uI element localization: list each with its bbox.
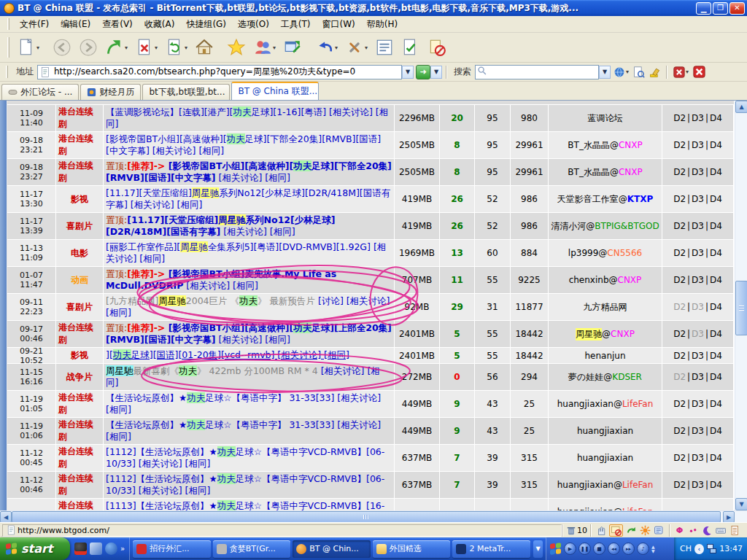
forward-button[interactable] [76, 36, 101, 59]
cell-download-links[interactable]: D2 | D3 | D4 [662, 267, 734, 294]
qq-icon[interactable] [74, 542, 87, 555]
cell-category[interactable]: 港台连续剧 [56, 321, 104, 348]
download-link-D2[interactable]: D2 [673, 372, 686, 382]
download-link-D3[interactable]: D3 [692, 426, 704, 436]
menu-item-2[interactable]: 查看(V) [96, 17, 139, 32]
cell-publisher[interactable]: huangjiaxian@LifeFan [549, 391, 662, 418]
tab-2[interactable]: bt下载,bt联盟,bt... [142, 84, 230, 100]
download-link-D3[interactable]: D3 [692, 194, 704, 204]
download-link-D3[interactable]: D3 [692, 453, 704, 463]
taskbar-button-3[interactable]: 外国精选 [373, 540, 451, 558]
cell-download-links[interactable]: D2 | D3 | D4 [662, 472, 734, 499]
cell-category[interactable]: 港台连续剧 [56, 105, 104, 132]
find-in-page-button[interactable] [632, 66, 646, 79]
cell-category[interactable]: 港台连续剧 [56, 391, 104, 418]
download-link-D4[interactable]: D4 [710, 426, 722, 436]
cell-publisher[interactable]: chenxinb@CNXP [549, 267, 662, 294]
new-page-button[interactable]: ▾ [14, 36, 42, 59]
cell-title-link[interactable]: 【生活论坛原创】★功夫足球☆【粤语中字】 31-33[33] [相关讨论] [相… [104, 418, 395, 445]
favorites-button[interactable] [224, 36, 249, 59]
back-button[interactable] [50, 36, 74, 59]
download-link-D3[interactable]: D3 [692, 248, 704, 258]
download-link-D4[interactable]: D4 [710, 221, 722, 231]
refresh-button[interactable]: ▾ [162, 36, 190, 59]
download-link-D4[interactable]: D4 [710, 351, 722, 361]
search-input[interactable] [475, 65, 599, 79]
download-link-D2[interactable]: D2 [673, 275, 686, 285]
language-indicator[interactable]: CH [680, 544, 692, 553]
taskbar-button-1[interactable]: 贪婪BT(Gr... [213, 540, 291, 558]
url-dropdown[interactable]: ▼ [402, 66, 414, 79]
tab-3[interactable]: BT @ China 联盟... [231, 82, 319, 100]
download-link-D4[interactable]: D4 [710, 194, 722, 204]
cell-publisher[interactable]: BT_水晶晶@CNXP [549, 159, 662, 186]
taskbar-button-2[interactable]: BT @ Chin... [293, 540, 371, 558]
cell-publisher[interactable]: 周星驰@CNXP [549, 321, 662, 348]
menu-item-3[interactable]: 收藏(A) [139, 17, 181, 32]
menu-item-8[interactable]: 帮助(H) [361, 17, 403, 32]
download-link-D3[interactable]: D3 [692, 221, 704, 231]
download-link-D3[interactable]: D3 [692, 140, 704, 150]
cell-publisher[interactable]: huangjiaxian [549, 418, 662, 445]
cell-publisher[interactable]: henanjun [549, 348, 662, 364]
go-dropdown[interactable]: ▼ [430, 66, 442, 79]
cell-download-links[interactable]: D2 | D3 | D4 [662, 445, 734, 472]
download-link-D2[interactable]: D2 [673, 167, 686, 177]
restore-button[interactable]: ❐ [713, 2, 728, 15]
block-button[interactable] [425, 36, 449, 59]
download-link-D4[interactable]: D4 [710, 167, 722, 177]
cell-title-link[interactable]: [影视帝国BT小组][高速做种][功夫足球][下部全20集][RMVB][国语]… [104, 132, 395, 159]
download-link-D2[interactable]: D2 [673, 426, 686, 436]
cell-download-links[interactable]: D2 | D3 | D4 [662, 418, 734, 445]
plugin-phi-icon[interactable]: Φ [674, 525, 685, 536]
cell-title-link[interactable]: [丽影工作室作品][周星驰全集系列5][粤语][DVD-RMVB][1.92G]… [104, 240, 395, 267]
cell-download-links[interactable]: D2 | D3 | D4 [662, 364, 734, 391]
cell-publisher[interactable]: huangjiaxian@LifeFan [549, 499, 662, 510]
download-link-D2[interactable]: D2 [673, 351, 686, 361]
menu-item-1[interactable]: 编辑(E) [55, 17, 96, 32]
cell-download-links[interactable]: D2 | D3 | D4 [662, 132, 734, 159]
download-link-D4[interactable]: D4 [710, 248, 722, 258]
highlighter-button[interactable] [648, 66, 662, 79]
download-link-D3[interactable]: D3 [692, 302, 704, 312]
plugin-keyboard-icon[interactable] [716, 525, 727, 536]
cell-category[interactable]: 港台连续剧 [56, 499, 104, 510]
download-link-D3[interactable]: D3 [692, 167, 704, 177]
cell-category[interactable]: 动画 [56, 267, 104, 294]
cell-category[interactable]: 港台连续剧 [56, 472, 104, 499]
quick-launch-overflow-icon[interactable]: » [120, 545, 125, 553]
download-link-D3[interactable]: D3 [692, 399, 704, 409]
horizontal-scroll-thumb[interactable] [12, 511, 721, 523]
cell-category[interactable]: 影视 [56, 186, 104, 213]
download-link-D2[interactable]: D2 [673, 140, 686, 150]
prev-button[interactable]: ◂◂ [608, 542, 620, 555]
download-link-D2[interactable]: D2 [673, 194, 686, 204]
cell-category[interactable]: 喜剧片 [56, 213, 104, 240]
download-link-D3[interactable]: D3 [692, 275, 704, 285]
close-tab-button[interactable]: ▾ [672, 66, 690, 79]
cell-download-links[interactable]: D2 | D3 | D4 [662, 105, 734, 132]
cell-title-link[interactable]: 置顶:[推荐]-> [影视帝国BT小组][高速做种][功夫足球][上部全20集]… [104, 321, 395, 348]
tools-button[interactable]: ▾ [342, 36, 371, 59]
cell-title-link[interactable]: 置顶:[推荐]-> [影视帝国BT小组]麦兜故事.My Life as McDu… [104, 267, 395, 294]
download-link-D4[interactable]: D4 [710, 399, 722, 409]
taskbar-group-dropdown[interactable]: ▼ [533, 540, 543, 558]
home-button[interactable] [192, 36, 217, 59]
start-button[interactable]: start [0, 537, 70, 560]
cell-category[interactable]: 喜剧片 [56, 294, 104, 321]
menu-item-6[interactable]: 工具(T) [275, 17, 317, 32]
plugin-moon-icon[interactable] [702, 525, 713, 536]
tab-0[interactable]: 外汇论坛 - ... [1, 84, 79, 100]
stop-button[interactable]: ■ [593, 542, 605, 555]
download-link-D3[interactable]: D3 [692, 351, 704, 361]
scroll-up-button[interactable]: ▲ [735, 101, 747, 113]
undo-button[interactable]: ▾ [312, 36, 341, 59]
download-link-D4[interactable]: D4 [710, 453, 722, 463]
download-link-D2[interactable]: D2 [673, 453, 686, 463]
cell-category[interactable]: 港台连续剧 [56, 159, 104, 186]
tab-1[interactable]: 财经月历 [80, 84, 141, 100]
cell-category[interactable]: 影视 [56, 348, 104, 364]
menu-item-7[interactable]: 窗口(W) [317, 17, 361, 32]
cell-download-links[interactable] [662, 499, 734, 510]
download-link-D3[interactable]: D3 [692, 372, 704, 382]
